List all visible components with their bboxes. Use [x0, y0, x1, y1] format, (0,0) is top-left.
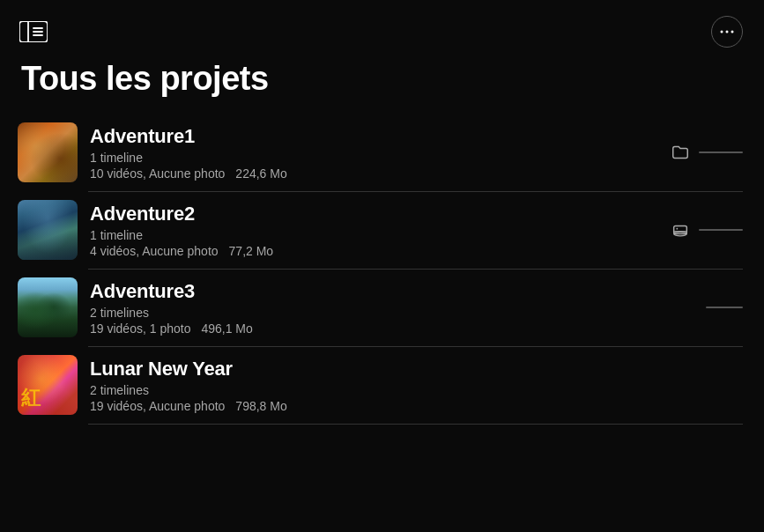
list-item[interactable]: Adventure1 1 timeline 10 vidéos, Aucune … — [0, 114, 764, 191]
project-thumbnail-adventure2 — [18, 200, 78, 260]
project-info-adventure2: Adventure2 1 timeline 4 vidéos, Aucune p… — [90, 203, 653, 258]
list-item[interactable]: Adventure2 1 timeline 4 vidéos, Aucune p… — [0, 191, 764, 269]
svg-point-7 — [731, 31, 734, 33]
project-size: 496,1 Mo — [201, 321, 252, 336]
project-info-lunar: Lunar New Year 2 timelines 19 vidéos, Au… — [90, 358, 729, 413]
project-timelines: 1 timeline — [90, 228, 653, 242]
drive-icon[interactable] — [667, 217, 694, 243]
project-timelines: 1 timeline — [90, 151, 653, 165]
project-size: 798,8 Mo — [235, 399, 286, 413]
project-meta-row: 10 vidéos, Aucune photo 224,6 Mo — [90, 166, 653, 181]
action-line — [699, 151, 743, 153]
project-thumbnail-adventure1 — [18, 122, 78, 182]
folder-icon[interactable] — [667, 139, 694, 166]
sidebar-toggle-button[interactable] — [18, 19, 49, 44]
project-meta: 19 vidéos, Aucune photo — [90, 399, 225, 413]
list-item[interactable]: Adventure3 2 timelines 19 vidéos, 1 phot… — [0, 269, 764, 346]
project-size: 77,2 Mo — [229, 244, 274, 258]
project-thumbnail-lunar — [18, 355, 78, 415]
project-list: Adventure1 1 timeline 10 vidéos, Aucune … — [0, 114, 764, 424]
project-name: Adventure2 — [90, 203, 653, 225]
project-meta: 4 vidéos, Aucune photo — [90, 244, 219, 258]
project-info-adventure1: Adventure1 1 timeline 10 vidéos, Aucune … — [90, 125, 653, 181]
svg-point-11 — [676, 228, 678, 230]
project-meta-row: 19 vidéos, Aucune photo 798,8 Mo — [90, 399, 729, 413]
action-line — [706, 307, 743, 308]
page-title: Tous les projets — [0, 56, 764, 114]
project-name: Adventure3 — [90, 280, 686, 303]
list-item[interactable]: Lunar New Year 2 timelines 19 vidéos, Au… — [0, 346, 764, 424]
svg-point-6 — [726, 31, 729, 33]
project-actions-adventure1 — [667, 139, 743, 166]
svg-point-5 — [721, 31, 723, 33]
project-actions-adventure2 — [667, 217, 743, 243]
project-actions-adventure3 — [701, 307, 743, 308]
project-timelines: 2 timelines — [90, 383, 729, 397]
project-thumbnail-adventure3 — [18, 277, 78, 337]
project-meta-row: 4 vidéos, Aucune photo 77,2 Mo — [90, 244, 653, 258]
project-meta: 10 vidéos, Aucune photo — [90, 166, 225, 181]
project-timelines: 2 timelines — [90, 306, 686, 320]
project-meta: 19 vidéos, 1 photo — [90, 321, 190, 336]
project-info-adventure3: Adventure3 2 timelines 19 vidéos, 1 phot… — [90, 280, 686, 336]
action-line — [699, 229, 743, 231]
more-options-button[interactable] — [711, 16, 743, 48]
project-name: Adventure1 — [90, 125, 653, 148]
top-bar — [0, 0, 764, 56]
project-size: 224,6 Mo — [235, 166, 286, 181]
project-name: Lunar New Year — [90, 358, 729, 381]
project-meta-row: 19 vidéos, 1 photo 496,1 Mo — [90, 321, 686, 336]
